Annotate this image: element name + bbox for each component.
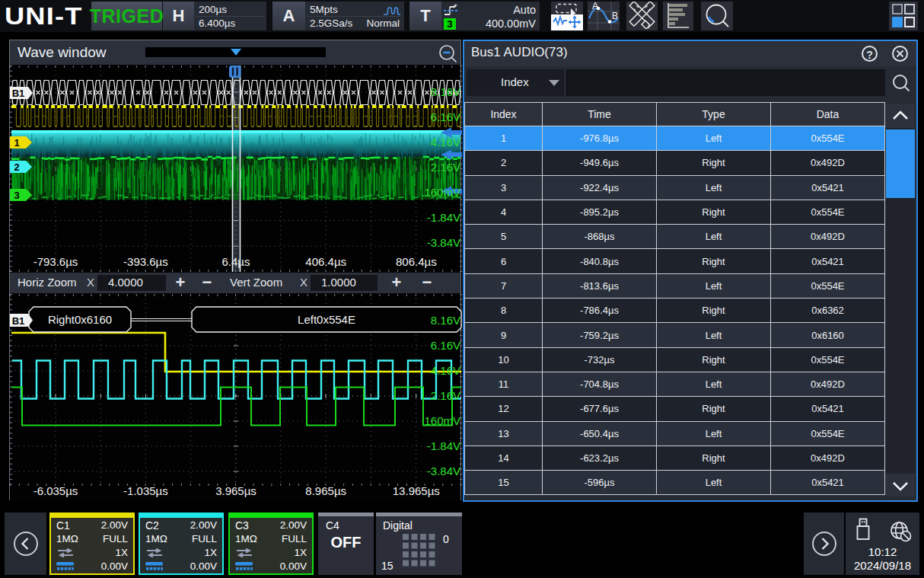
svg-text:-1.84V: -1.84V <box>427 211 460 224</box>
svg-text:2.16V: 2.16V <box>431 161 460 174</box>
svg-text:3.965µs: 3.965µs <box>215 484 256 497</box>
svg-text:-1.84V: -1.84V <box>427 439 460 452</box>
svg-text:-793.6µs: -793.6µs <box>33 255 78 268</box>
svg-text:160mV: 160mV <box>424 186 460 199</box>
svg-text:-3.84V: -3.84V <box>427 236 460 249</box>
svg-text:-3.84V: -3.84V <box>427 465 460 477</box>
svg-text:3: 3 <box>14 190 19 201</box>
svg-text:B1: B1 <box>12 88 25 99</box>
svg-text:6.4µs: 6.4µs <box>222 255 250 268</box>
svg-text:806.4µs: 806.4µs <box>396 255 437 268</box>
svg-text:A: A <box>592 2 598 11</box>
svg-text:1: 1 <box>14 137 19 148</box>
svg-text:406.4µs: 406.4µs <box>305 255 346 268</box>
svg-text:B: B <box>612 11 618 21</box>
svg-text:4.16V: 4.16V <box>431 136 460 148</box>
svg-text:6.16V: 6.16V <box>431 339 460 352</box>
svg-text:-393.6µs: -393.6µs <box>123 255 168 268</box>
svg-text:4.16V: 4.16V <box>431 364 460 377</box>
svg-text:2: 2 <box>14 161 19 173</box>
svg-text:6.16V: 6.16V <box>431 110 460 123</box>
svg-text:2.16V: 2.16V <box>431 389 460 402</box>
svg-text:13.965µs: 13.965µs <box>393 484 440 497</box>
svg-text:8.16V: 8.16V <box>431 85 460 98</box>
svg-text:Right0x6160: Right0x6160 <box>48 313 112 326</box>
svg-text:-1.035µs: -1.035µs <box>123 484 168 497</box>
svg-text:B1: B1 <box>12 315 25 327</box>
svg-text:-6.035µs: -6.035µs <box>33 484 78 497</box>
svg-text:8.965µs: 8.965µs <box>305 484 346 497</box>
svg-text:8.16V: 8.16V <box>431 314 460 327</box>
svg-text:160mV: 160mV <box>424 414 460 427</box>
svg-text:Left0x554E: Left0x554E <box>298 313 355 326</box>
